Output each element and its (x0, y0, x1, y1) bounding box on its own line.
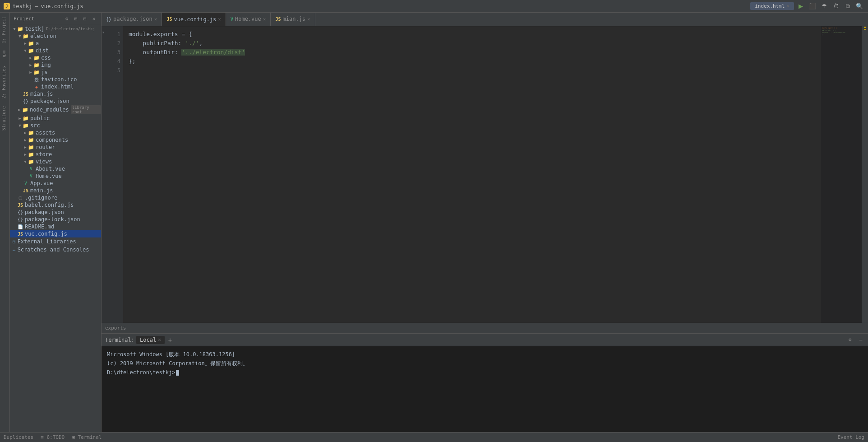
coverage-button[interactable]: ☂ (819, 1, 829, 11)
electron-folder-icon: 📁 (23, 33, 29, 39)
tree-item-views[interactable]: ▼ 📁 views (10, 158, 101, 165)
store-label: store (36, 151, 52, 158)
tab-package-json[interactable]: {} package.json ✕ (102, 13, 162, 26)
tree-item-public[interactable]: ▶ 📁 public (10, 115, 101, 122)
tree-item-css[interactable]: ▶ 📁 css (10, 54, 101, 61)
pkg-root-icon: {} (17, 209, 23, 215)
sidebar-collapse-icon[interactable]: ⊟ (81, 15, 88, 23)
external-libraries[interactable]: ⊞ External Libraries (10, 237, 101, 246)
tree-item-mian-js[interactable]: JS mian.js (10, 90, 101, 98)
tree-item-dist[interactable]: ▼ 📁 dist (10, 47, 101, 54)
left-panel-favorites[interactable]: 2: Favorites (0, 62, 9, 102)
tree-item-app-vue[interactable]: V App.vue (10, 180, 101, 187)
tab-mian-js[interactable]: JS mian.js ✕ (271, 13, 315, 26)
terminal-area: Terminal: Local ✕ + ⚙ — Microsoft Window… (102, 333, 868, 432)
tree-item-index-html[interactable]: ◈ index.html (10, 83, 101, 90)
scratches-and-consoles[interactable]: ✏ Scratches and Consoles (10, 246, 101, 254)
right-scrollbar[interactable] (862, 26, 868, 323)
tree-item-a[interactable]: ▶ 📁 a (10, 40, 101, 47)
tree-item-assets[interactable]: ▶ 📁 assets (10, 129, 101, 136)
tab-package-json-close[interactable]: ✕ (154, 16, 157, 22)
title-tab[interactable]: index.html ✕ (750, 2, 794, 10)
tree-item-favicon[interactable]: 🖼 favicon.ico (10, 76, 101, 83)
tree-item-node-modules[interactable]: ▶ 📁 node_modules library root (10, 105, 101, 115)
profile-button[interactable]: ⏱ (831, 1, 841, 11)
status-todo[interactable]: ≡ 6:TODO (41, 434, 65, 440)
tree-root[interactable]: ▼ 📁 testkj D:/dtelectron/testkj (10, 25, 101, 33)
src-label: src (30, 122, 40, 129)
tree-item-js-folder[interactable]: ▶ 📁 js (10, 69, 101, 76)
tree-item-readme[interactable]: 📄 README.md (10, 223, 101, 230)
left-panel-npm[interactable]: npm (0, 47, 9, 62)
tree-item-home-vue[interactable]: V Home.vue (10, 172, 101, 180)
tab-mian-js-icon: JS (275, 17, 281, 22)
tab-vue-config-close[interactable]: ✕ (218, 16, 221, 22)
tree-root-path: D:/dtelectron/testkj (46, 27, 95, 31)
status-bar-left: Duplicates ≡ 6:TODO ▣ Terminal (4, 434, 102, 440)
node-modules-arrow: ▶ (17, 107, 22, 112)
index-html-label: index.html (41, 84, 74, 90)
electron-label: electron (30, 33, 56, 39)
tree-item-components[interactable]: ▶ 📁 components (10, 136, 101, 144)
scroll-warning-marker2 (864, 29, 866, 30)
tree-item-gitignore[interactable]: ⬡ .gitignore (10, 194, 101, 201)
terminal-minimize-icon[interactable]: — (857, 336, 864, 344)
editor-area: {} package.json ✕ JS vue.config.js ✕ V H… (102, 13, 868, 432)
status-terminal[interactable]: ▣ Terminal (72, 434, 102, 440)
terminal-body[interactable]: Microsoft Windows [版本 10.0.18363.1256] (… (102, 346, 868, 432)
scroll-warning-marker (864, 27, 866, 28)
restore-button[interactable]: ⧉ (843, 1, 853, 11)
vue-config-label: vue.config.js (25, 231, 67, 237)
left-panel-structure[interactable]: Structure (0, 102, 9, 134)
left-panel-project[interactable]: 1: Project (0, 13, 9, 47)
tab-vue-config-js[interactable]: JS vue.config.js ✕ (162, 13, 226, 26)
line-num-1: 1 (108, 30, 120, 39)
search-button[interactable]: 🔍 (854, 1, 864, 11)
sidebar-expand-icon[interactable]: ⊞ (72, 15, 79, 23)
tree-item-about-vue[interactable]: V About.vue (10, 165, 101, 172)
dist-label: dist (36, 47, 49, 54)
a-folder-icon: 📁 (28, 40, 34, 47)
title-tab-close[interactable]: ✕ (786, 3, 790, 9)
tree-item-img[interactable]: ▶ 📁 img (10, 61, 101, 69)
terminal-add-button[interactable]: + (166, 336, 174, 344)
sidebar-close-icon[interactable]: ✕ (90, 15, 97, 23)
sidebar-header-icons: ⚙ ⊞ ⊟ ✕ (63, 15, 97, 23)
run-button[interactable]: ▶ (796, 1, 806, 11)
tree-root-arrow: ▼ (12, 26, 17, 32)
terminal-icons-right: ⚙ — (846, 336, 864, 344)
terminal-settings-icon[interactable]: ⚙ (846, 336, 854, 344)
tab-home-vue[interactable]: V Home.vue ✕ (226, 13, 271, 26)
tab-home-vue-label: Home.vue (235, 16, 261, 22)
code-content[interactable]: module.exports = { publicPath: './', out… (123, 26, 821, 323)
fold-indicator-1[interactable]: ▾ (102, 30, 105, 39)
tree-item-pkg-lock[interactable]: {} package-lock.json (10, 216, 101, 223)
status-duplicates[interactable]: Duplicates (4, 434, 33, 440)
tree-item-src[interactable]: ▼ 📁 src (10, 122, 101, 129)
terminal-tabs: Terminal: Local ✕ + ⚙ — (102, 334, 868, 346)
debug-button[interactable]: ⬛ (808, 1, 817, 11)
store-folder-icon: 📁 (28, 151, 34, 158)
tree-item-router[interactable]: ▶ 📁 router (10, 144, 101, 151)
tab-mian-js-close[interactable]: ✕ (307, 16, 310, 22)
tree-item-store[interactable]: ▶ 📁 store (10, 151, 101, 158)
tree-item-main-js[interactable]: JS main.js (10, 187, 101, 194)
status-event-log[interactable]: Event Log (837, 434, 864, 440)
tree-item-vue-config[interactable]: JS vue.config.js (10, 230, 101, 237)
external-libraries-icon: ⊞ (13, 239, 16, 245)
left-panel: 1: Project npm 2: Favorites Structure (0, 13, 10, 432)
mian-js-icon: JS (23, 91, 29, 97)
line-num-3: 3 (108, 48, 120, 57)
terminal-tab-local[interactable]: Local ✕ (136, 336, 165, 344)
sidebar-settings-icon[interactable]: ⚙ (63, 15, 70, 23)
tab-home-vue-close[interactable]: ✕ (263, 16, 266, 22)
terminal-tab-local-close[interactable]: ✕ (158, 337, 161, 343)
tree-item-pkg-root[interactable]: {} package.json (10, 209, 101, 216)
components-folder-icon: 📁 (28, 137, 34, 143)
tree-item-pkg-electron[interactable]: {} package.json (10, 98, 101, 105)
js-folder-arrow: ▶ (28, 70, 33, 75)
tree-item-babel[interactable]: JS babel.config.js (10, 201, 101, 209)
library-root-badge: library root (71, 105, 101, 114)
tree-root-label: testkj (25, 26, 44, 32)
tree-item-electron[interactable]: ▼ 📁 electron (10, 33, 101, 40)
